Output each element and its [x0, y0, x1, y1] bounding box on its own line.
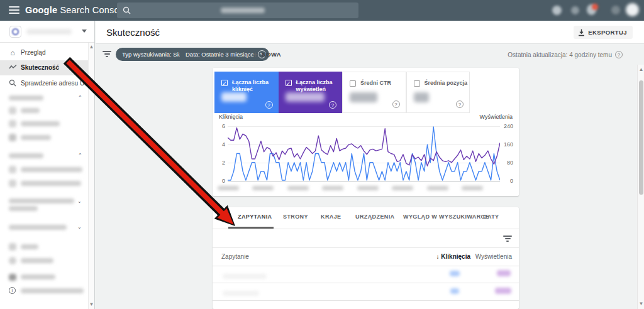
redacted-metric-value [221, 92, 247, 102]
tab-dates[interactable]: DATY [483, 214, 499, 220]
chevron-down-icon: ⌄ [77, 198, 82, 204]
col-header-query[interactable]: Zapytanie [221, 247, 249, 266]
left-tick: 4 [213, 141, 225, 148]
right-axis-title: Wyświetlenia [480, 114, 513, 120]
redacted-x-label [427, 186, 448, 190]
avatar[interactable] [626, 3, 639, 16]
info-icon: i [9, 287, 16, 294]
metric-card-total-clicks[interactable]: ✓ Łączna liczba kliknięć ? [214, 72, 279, 113]
checkbox-unchecked-icon[interactable] [414, 80, 420, 87]
filter-bar: Typ wyszukiwania: Sieć ✎ Data: Ostatnie … [96, 44, 644, 65]
redacted-section-header [9, 95, 43, 100]
redacted-clicks-value [450, 271, 460, 276]
page-header: Skuteczność EKSPORTUJ [96, 21, 644, 44]
main-scrollbar[interactable]: ▲ ▼ [637, 65, 644, 309]
checkbox-unchecked-icon[interactable] [350, 80, 356, 87]
chevron-down-icon: ⌄ [77, 224, 82, 230]
metric-card-total-impressions[interactable]: ✓ Łączna liczba wyświetleń ? [279, 72, 343, 113]
table-row[interactable] [213, 266, 519, 283]
download-icon [578, 29, 585, 36]
last-update-status: Ostatnia aktualizacja: 4 godziny temu ? [508, 51, 623, 58]
redacted-clicks-value [450, 288, 459, 294]
performance-chart-card: ✓ Łączna liczba kliknięć ? ✓ Łączna licz… [213, 68, 519, 196]
right-tick: 160 [504, 141, 513, 148]
plus-icon: + [253, 50, 258, 60]
checkbox-checked-icon[interactable]: ✓ [221, 80, 228, 86]
filter-icon[interactable] [103, 51, 111, 58]
help-question-icon[interactable]: ? [265, 101, 273, 109]
left-tick: 0 [213, 178, 225, 184]
metric-card-average-ctr[interactable]: Średni CTR ? [342, 72, 406, 113]
tab-queries[interactable]: ZAPYTANIA [238, 214, 272, 220]
redacted-impressions-value [495, 288, 511, 294]
help-icon[interactable] [552, 6, 562, 15]
app-logo[interactable]: Google Search Console [25, 0, 126, 21]
feedback-icon[interactable] [571, 6, 579, 14]
right-tick: 80 [507, 160, 513, 166]
redacted-x-label [252, 186, 274, 190]
redacted-query-cell [223, 291, 259, 296]
metric-card-average-position[interactable]: Średnia pozycja ? [406, 72, 470, 113]
redacted-impressions-value [497, 270, 511, 276]
redacted-metric-value [350, 92, 377, 102]
tab-devices[interactable]: URZĄDZENIA [355, 214, 395, 220]
search-icon [8, 79, 17, 88]
redacted-x-label [357, 186, 379, 190]
performance-icon [8, 63, 17, 72]
export-button[interactable]: EKSPORTUJ [574, 26, 633, 39]
redacted-x-label [392, 186, 413, 190]
chevron-down-icon [82, 30, 87, 33]
help-question-icon[interactable]: ? [392, 100, 400, 108]
left-tick: 2 [213, 160, 225, 166]
left-axis-title: Kliknięcia [219, 114, 243, 120]
redacted-section-header [9, 153, 43, 158]
table-filter-icon[interactable] [503, 236, 512, 243]
hamburger-menu-icon[interactable] [9, 6, 19, 14]
sidebar-item-overview[interactable]: ⌂ Przegląd [0, 45, 89, 60]
scrollbar-thumb[interactable] [639, 80, 643, 195]
tab-pages[interactable]: STRONY [283, 214, 308, 220]
help-question-icon[interactable]: ? [329, 101, 336, 109]
redacted-search-text [221, 8, 265, 13]
dimensions-table-card: ZAPYTANIA STRONY KRAJE URZĄDZENIA WYGLĄD… [213, 207, 519, 309]
redacted-x-label [462, 186, 483, 190]
sidebar-item-performance[interactable]: Skuteczność [0, 60, 89, 75]
redacted-x-label [322, 186, 343, 190]
search-icon [123, 6, 131, 14]
col-header-impressions[interactable]: Wyświetlenia [475, 247, 512, 266]
page-title: Skuteczność [106, 27, 160, 38]
line-chart[interactable] [228, 126, 500, 181]
left-tick: 6 [213, 123, 225, 129]
new-filter-button[interactable]: + NOWA [253, 48, 281, 61]
checkbox-checked-icon[interactable]: ✓ [286, 80, 292, 86]
sidebar-scrollbar[interactable]: ▲ ▼ [88, 43, 94, 309]
top-app-bar: Google Search Console [0, 0, 644, 21]
redacted-metric-value [414, 92, 429, 102]
apps-grid-icon[interactable] [611, 6, 620, 14]
redacted-metric-value [286, 92, 325, 102]
google-search-console-app: Google Search Console ⌂ Przegląd [0, 0, 644, 309]
redacted-property-name [26, 29, 72, 35]
tab-search-appearance[interactable]: WYGLĄD W WYSZUKIWARCE [403, 214, 489, 220]
table-header-row: Zapytanie ↓ Kliknięcia Wyświetlenia [213, 247, 519, 266]
notification-badge [592, 4, 598, 10]
right-tick: 0 [510, 178, 513, 184]
tab-countries[interactable]: KRAJE [321, 214, 341, 220]
help-question-icon[interactable]: ? [456, 100, 464, 108]
sidebar: ⌂ Przegląd Skuteczność Sprawdzenie adres… [0, 21, 95, 309]
redacted-x-label [218, 186, 239, 190]
col-header-clicks[interactable]: ↓ Kliknięcia [436, 247, 470, 266]
home-icon: ⌂ [8, 48, 17, 57]
property-selector[interactable] [0, 21, 94, 43]
redacted-query-cell [223, 274, 267, 279]
collapse-icon[interactable]: ⌃ [78, 95, 82, 100]
sort-desc-icon: ↓ [436, 253, 440, 260]
redacted-x-label [287, 186, 309, 190]
right-tick: 240 [504, 123, 513, 129]
sidebar-item-url-inspection[interactable]: Sprawdzenie adresu URL [0, 75, 89, 92]
top-search-input[interactable] [117, 3, 358, 18]
help-question-icon[interactable]: ? [615, 51, 623, 58]
table-row[interactable] [213, 283, 519, 300]
collapse-icon[interactable]: ⌃ [78, 153, 82, 158]
property-favicon [9, 26, 21, 38]
